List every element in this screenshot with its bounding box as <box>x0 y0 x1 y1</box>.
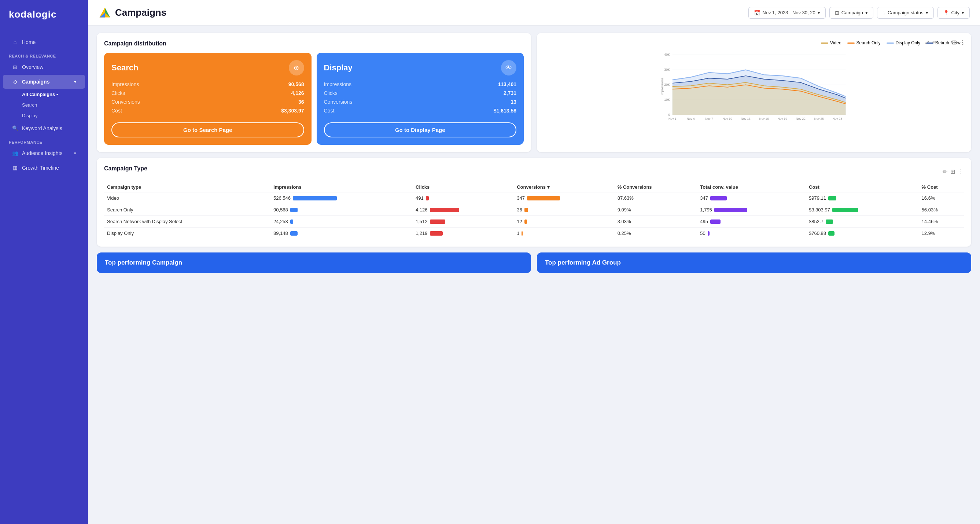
sidebar-item-growth[interactable]: ▦ Growth Timeline <box>3 161 85 175</box>
cell-clicks: 1,512 <box>413 216 514 227</box>
status-filter-icon: ⑂ <box>883 10 885 16</box>
cell-clicks: 4,126 <box>413 204 514 216</box>
legend-display-only-label: Display Only <box>896 40 920 45</box>
sidebar-sub-display[interactable]: Display <box>19 110 88 121</box>
campaign-type-title: Campaign Type <box>104 165 147 172</box>
legend-search-only-color <box>847 43 855 44</box>
search-card-icon: ⊕ <box>289 60 304 76</box>
svg-text:Nov 1: Nov 1 <box>668 117 676 121</box>
line-chart: 40K 30K 20K 10K 0 Impressions <box>544 50 964 125</box>
display-cost-value: $1,613.58 <box>494 108 516 114</box>
display-card-icon: 👁 <box>501 60 516 76</box>
search-cost-value: $3,303.97 <box>281 108 304 114</box>
svg-text:Nov 22: Nov 22 <box>796 117 805 121</box>
campaign-type-card: Campaign Type ✏ ⊞ ⋮ Campaign type Impres… <box>97 158 971 247</box>
sidebar-item-campaigns[interactable]: ◇ Campaigns ▾ <box>3 75 85 89</box>
svg-text:Nov 4: Nov 4 <box>687 117 695 121</box>
download-icon[interactable]: ↓ <box>946 39 949 46</box>
search-campaign-card: Search ⊕ Impressions 90,568 Clicks 4,126 <box>104 53 312 145</box>
sidebar-audience-label: Audience Insights <box>22 150 63 156</box>
sidebar-growth-label: Growth Timeline <box>22 165 59 171</box>
sidebar-item-overview[interactable]: ⊞ Overview <box>3 60 85 74</box>
status-chevron-icon: ▾ <box>926 10 928 15</box>
search-cost-label: Cost <box>111 108 122 114</box>
sidebar: kodalogic ⌂ Home Reach & Relevance ⊞ Ove… <box>0 0 88 524</box>
edit-icon[interactable]: ✏ <box>932 39 937 46</box>
grid-icon: ⊞ <box>12 64 18 70</box>
cell-pct-cost: 14.46% <box>919 216 964 227</box>
table-row: Display Only 89,148 1,219 1 0.25% 50 <box>104 227 964 239</box>
more-icon[interactable]: ⋮ <box>959 39 965 46</box>
svg-text:30K: 30K <box>664 68 670 71</box>
header-filters: 📅 Nov 1, 2023 - Nov 30, 20 ▾ ⊞ Campaign … <box>748 7 970 19</box>
table-edit-icon[interactable]: ✏ <box>943 168 947 175</box>
svg-text:20K: 20K <box>664 83 670 86</box>
cell-total-conv: 50 <box>697 227 806 239</box>
top-campaign-title: Top performing Campaign <box>105 259 523 267</box>
cell-impressions: 89,148 <box>270 227 413 239</box>
display-impressions-stat: Impressions 113,401 <box>324 81 517 87</box>
campaign-filter-btn[interactable]: ⊞ Campaign ▾ <box>829 7 873 19</box>
search-cost-stat: Cost $3,303.97 <box>111 108 304 114</box>
sidebar-sub-all-campaigns[interactable]: All Campaigns • <box>19 89 88 100</box>
top-adgroup-title: Top performing Ad Group <box>545 259 963 267</box>
table-share-icon[interactable]: ⊞ <box>950 168 955 175</box>
display-conversions-stat: Conversions 13 <box>324 99 517 105</box>
table-more-icon[interactable]: ⋮ <box>958 168 964 175</box>
go-to-display-button[interactable]: Go to Display Page <box>324 122 517 137</box>
legend-video-color <box>821 43 828 44</box>
cell-pct-conversions: 87.63% <box>615 192 697 204</box>
date-chevron-icon: ▾ <box>818 10 820 15</box>
sidebar-item-home[interactable]: ⌂ Home <box>3 35 85 49</box>
search-card-header: Search ⊕ <box>111 60 304 76</box>
go-to-search-button[interactable]: Go to Search Page <box>111 122 304 137</box>
cell-cost: $979.11 <box>806 192 919 204</box>
upload-icon[interactable]: ↑ <box>940 39 943 46</box>
table-header: Campaign type Impressions Clicks Convers… <box>104 182 964 192</box>
col-pct-conversions: % Conversions <box>615 182 697 192</box>
sidebar-item-keyword[interactable]: 🔍 Keyword Analysis <box>3 121 85 135</box>
calendar-icon: 📅 <box>754 10 760 16</box>
svg-text:40K: 40K <box>664 53 670 56</box>
cell-type: Search Network with Display Select <box>104 216 270 227</box>
cell-cost: $3,303.97 <box>806 204 919 216</box>
display-campaign-card: Display 👁 Impressions 113,401 Clicks 2,7… <box>317 53 524 145</box>
status-filter-btn[interactable]: ⑂ Campaign status ▾ <box>877 7 934 19</box>
cell-pct-conversions: 0.25% <box>615 227 697 239</box>
sidebar-item-audience[interactable]: 👥 Audience Insights ▾ <box>3 146 85 160</box>
magnify-plus-icon: ⊕ <box>294 64 299 72</box>
expand-icon[interactable]: ⤢ <box>925 39 929 46</box>
date-filter-btn[interactable]: 📅 Nov 1, 2023 - Nov 30, 20 ▾ <box>748 7 826 19</box>
cell-impressions: 526,546 <box>270 192 413 204</box>
search-clicks-label: Clicks <box>111 90 125 96</box>
header-logo: Campaigns <box>98 6 166 19</box>
display-conversions-value: 13 <box>511 99 516 105</box>
col-impressions: Impressions <box>270 182 413 192</box>
svg-text:Nov 16: Nov 16 <box>759 117 769 121</box>
share-icon[interactable]: ⊞ <box>952 39 956 46</box>
search-conversions-stat: Conversions 36 <box>111 99 304 105</box>
legend-video-label: Video <box>830 40 841 45</box>
city-chevron-icon: ▾ <box>962 10 964 15</box>
cell-type: Search Only <box>104 204 270 216</box>
svg-text:Nov 28: Nov 28 <box>833 117 842 121</box>
search-icon: 🔍 <box>12 125 18 132</box>
sidebar-logo: kodalogic <box>0 9 88 29</box>
top-adgroup-card: Top performing Ad Group <box>537 252 971 273</box>
audience-chevron-icon: ▾ <box>74 151 76 156</box>
display-conversions-label: Conversions <box>324 99 353 105</box>
top-grid: Campaign distribution Search ⊕ Impressio… <box>97 33 971 152</box>
display-clicks-label: Clicks <box>324 90 337 96</box>
col-conversions[interactable]: Conversions ▾ <box>514 182 614 192</box>
city-filter-btn[interactable]: 📍 City ▾ <box>937 7 970 19</box>
cell-cost: $760.88 <box>806 227 919 239</box>
cell-clicks: 491 <box>413 192 514 204</box>
sidebar-sub-search[interactable]: Search <box>19 100 88 110</box>
page-title: Campaigns <box>115 7 166 18</box>
sidebar-campaigns-label: Campaigns <box>22 79 49 85</box>
cell-pct-conversions: 3.03% <box>615 216 697 227</box>
legend-search-only-label: Search Only <box>856 40 881 45</box>
cell-cost: $852.7 <box>806 216 919 227</box>
svg-text:0: 0 <box>668 113 670 116</box>
cell-type: Video <box>104 192 270 204</box>
